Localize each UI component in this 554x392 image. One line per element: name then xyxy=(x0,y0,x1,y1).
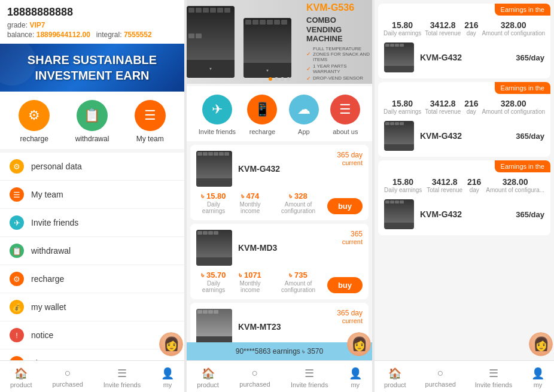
left-nav-product[interactable]: 🏠 product xyxy=(5,366,37,390)
mid-purchased-icon: ○ xyxy=(252,367,258,379)
invite-nav-icon: ☰ xyxy=(117,367,127,380)
mid-nav-invite[interactable]: ☰ Invite friends xyxy=(286,366,333,390)
about-icon: ☰ xyxy=(10,356,24,360)
left-nav-purchased[interactable]: ○ purchased xyxy=(48,366,88,390)
e-day-lbl-1: day xyxy=(464,108,478,115)
product-nav-label: product xyxy=(10,381,32,388)
menu-item-withdrawal[interactable]: 📋 withdrawal xyxy=(0,237,184,265)
buy-btn-0[interactable]: buy xyxy=(327,198,363,214)
e-daily-1: 15.80 Daily earnings xyxy=(383,99,421,115)
menu-item-personal[interactable]: ⚙ personal data xyxy=(0,153,184,181)
recharge-icon: ⚙ xyxy=(19,100,50,131)
grade-label: grade: xyxy=(7,21,28,29)
e-name-0: KVM-G432 xyxy=(420,53,510,62)
menu-notice-label: notice xyxy=(31,330,53,340)
ems xyxy=(400,122,404,125)
left-actions: ⚙ recharge 📋 withdrawal ☰ My team xyxy=(0,92,184,149)
mid-nav-my[interactable]: 👤 my xyxy=(344,366,367,390)
right-nav-purchased[interactable]: ○ purchased xyxy=(421,366,461,390)
machine-right: ▼ xyxy=(243,18,291,78)
right-nav-invite[interactable]: ☰ Invite friends xyxy=(470,366,517,390)
mid-product-label: product xyxy=(197,381,219,388)
earnings-badge-2: Earnings in the xyxy=(495,160,550,172)
earnings-info-1: KVM-G432 xyxy=(420,131,510,141)
slot xyxy=(197,231,202,235)
banner-feature-0: FULL TEMPERATURE ZONES FOR SNACK AND ITE… xyxy=(306,46,372,62)
e-day-val-2: 216 xyxy=(467,177,481,187)
product-card-0: KVM-G432 365 day current ৳ 15.80 Daily e… xyxy=(190,145,369,220)
menu-wallet-label: my wallet xyxy=(31,302,66,312)
right-nav-my[interactable]: 👤 my xyxy=(526,366,549,390)
myteam-icon: ☰ xyxy=(135,100,166,131)
e-daily-lbl-2: Daily earnings xyxy=(384,187,422,193)
e-perday-val-1: 365/day xyxy=(516,132,544,141)
right-purchased-label: purchased xyxy=(425,381,456,388)
right-product-label: product xyxy=(384,381,406,388)
menu-item-notice[interactable]: ! notice xyxy=(0,321,184,350)
action-recharge[interactable]: ⚙ recharge xyxy=(19,100,50,143)
menu-item-invite[interactable]: ✈ Invite friends xyxy=(0,209,184,237)
badge-row-0: Earnings in the xyxy=(378,4,550,16)
emb-2 xyxy=(384,223,414,230)
slot xyxy=(196,8,202,13)
earnings-stats-row-1: 15.80 Daily earnings 3412.8 Total revenu… xyxy=(378,94,550,117)
mid-quick-actions: ✈ Invite friends 📱 recharge ☁ App ☰ abou… xyxy=(187,86,372,141)
integral-value: 7555552 xyxy=(124,31,152,39)
invite-quick-icon: ✈ xyxy=(202,95,232,124)
right-support-widget[interactable]: 👩 xyxy=(529,332,553,356)
menu-item-wallet[interactable]: 💰 my wallet xyxy=(0,293,184,321)
menu-item-about[interactable]: ☰ about us xyxy=(0,350,184,360)
mid-nav-product[interactable]: 🏠 product xyxy=(192,366,224,390)
action-withdrawal[interactable]: 📋 withdrawal xyxy=(75,100,109,143)
product-current-1: current xyxy=(342,238,363,245)
e-config-val-0: 328.00 xyxy=(482,20,545,30)
menu-myteam-label: My team xyxy=(31,190,63,199)
e-total-1: 3412.8 Total revenue xyxy=(425,99,461,115)
ems xyxy=(390,200,394,203)
emt-2 xyxy=(384,199,414,223)
menu-item-myteam[interactable]: ☰ My team xyxy=(0,181,184,209)
mid-support-widget[interactable]: 👩 xyxy=(347,332,371,356)
stat-monthly-1: ৳ 1071 Monthly income xyxy=(231,271,269,293)
right-panel: Earnings in the 15.80 Daily earnings 341… xyxy=(375,0,554,392)
left-nav-my[interactable]: 👤 my xyxy=(156,366,179,390)
slot xyxy=(252,20,258,25)
earnings-machine-2 xyxy=(384,199,414,229)
slot xyxy=(197,152,202,156)
myteam-menu-icon: ☰ xyxy=(10,187,24,202)
action-myteam[interactable]: ☰ My team xyxy=(135,100,166,143)
my-nav-icon: 👤 xyxy=(161,367,174,380)
quick-recharge[interactable]: 📱 recharge xyxy=(247,95,277,135)
quick-invite[interactable]: ✈ Invite friends xyxy=(199,95,236,135)
phone-number: 18888888888 xyxy=(7,6,177,19)
slot xyxy=(203,231,208,235)
stat-monthly-lbl-0: Monthly income xyxy=(231,201,269,214)
personal-icon: ⚙ xyxy=(10,159,24,174)
withdrawal-menu-icon: 📋 xyxy=(10,244,24,258)
mid-nav-purchased[interactable]: ○ purchased xyxy=(235,366,275,390)
quick-about[interactable]: ☰ about us xyxy=(330,95,360,135)
notice-icon: ! xyxy=(10,328,24,342)
withdrawal-icon: 📋 xyxy=(77,100,108,131)
right-nav-product[interactable]: 🏠 product xyxy=(379,366,411,390)
machine-base-r: ▼ xyxy=(243,63,291,78)
machine-img-1 xyxy=(196,230,232,266)
e-day-1: 216 day xyxy=(464,99,478,115)
pmi-bottom-1 xyxy=(196,257,232,266)
machine-img-0 xyxy=(196,151,232,187)
buy-btn-1[interactable]: buy xyxy=(327,277,363,293)
mid-banner: ▼ ▼ KVM-G53 xyxy=(187,0,372,84)
left-nav-invite[interactable]: ☰ Invite friends xyxy=(99,366,145,390)
e-name-2: KVM-G432 xyxy=(420,209,510,219)
earnings-detail-1: KVM-G432 365/day xyxy=(378,117,550,157)
e-config-lbl-2: Amount of configura... xyxy=(486,187,544,193)
support-widget[interactable]: 👩 xyxy=(159,332,183,356)
menu-item-recharge[interactable]: ⚙ recharge xyxy=(0,265,184,293)
purchased-nav-icon: ○ xyxy=(65,367,71,379)
slot xyxy=(208,152,213,156)
e-config-0: 328.00 Amount of configuration xyxy=(482,20,545,37)
quick-app[interactable]: ☁ App xyxy=(289,95,319,135)
stat-daily-val-1: ৳ 35.70 xyxy=(196,271,231,280)
stat-config-1: ৳ 735 Amount of configuration xyxy=(269,271,327,293)
earnings-info-2: KVM-G432 xyxy=(420,209,510,219)
